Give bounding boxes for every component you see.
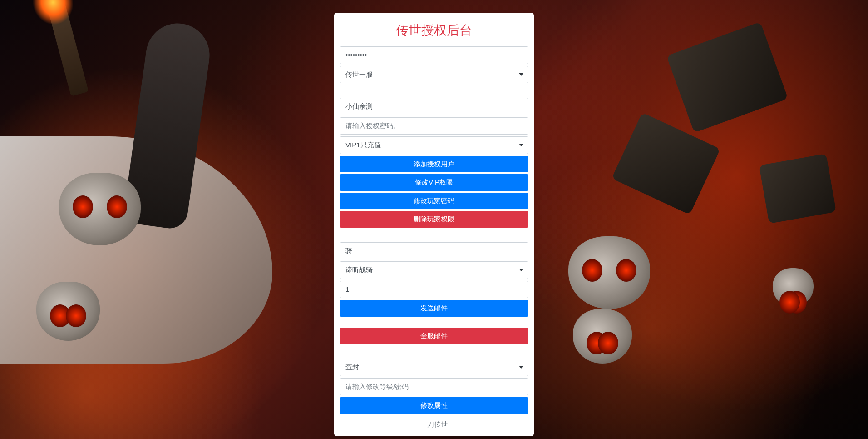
footer-text: 一刀传世 — [340, 416, 528, 431]
item-quantity-input[interactable] — [340, 281, 528, 299]
action-select[interactable]: 查封 — [340, 359, 528, 376]
panel-title: 传世授权后台 — [340, 22, 528, 39]
level-password-input[interactable] — [340, 378, 528, 396]
modify-player-password-button[interactable]: 修改玩家密码 — [340, 193, 528, 210]
server-select[interactable]: 传世一服 — [340, 66, 528, 84]
item-select[interactable]: 谛听战骑 — [340, 261, 528, 279]
modify-attribute-button[interactable]: 修改属性 — [340, 397, 528, 414]
admin-password-input[interactable] — [340, 46, 528, 64]
player-name-input[interactable] — [340, 98, 528, 115]
modify-vip-button[interactable]: 修改VIP权限 — [340, 174, 528, 191]
vip-level-select[interactable]: VIP1只充值 — [340, 136, 528, 154]
add-auth-user-button[interactable]: 添加授权用户 — [340, 156, 528, 173]
item-keyword-input[interactable] — [340, 242, 528, 260]
delete-player-auth-button[interactable]: 删除玩家权限 — [340, 211, 528, 228]
admin-panel: 传世授权后台 传世一服 VIP1只充值 添加授权用户 修改VIP权限 修改玩家密… — [334, 13, 534, 436]
send-mail-button[interactable]: 发送邮件 — [340, 300, 528, 317]
auth-password-input[interactable] — [340, 117, 528, 135]
server-wide-mail-button[interactable]: 全服邮件 — [340, 328, 528, 344]
